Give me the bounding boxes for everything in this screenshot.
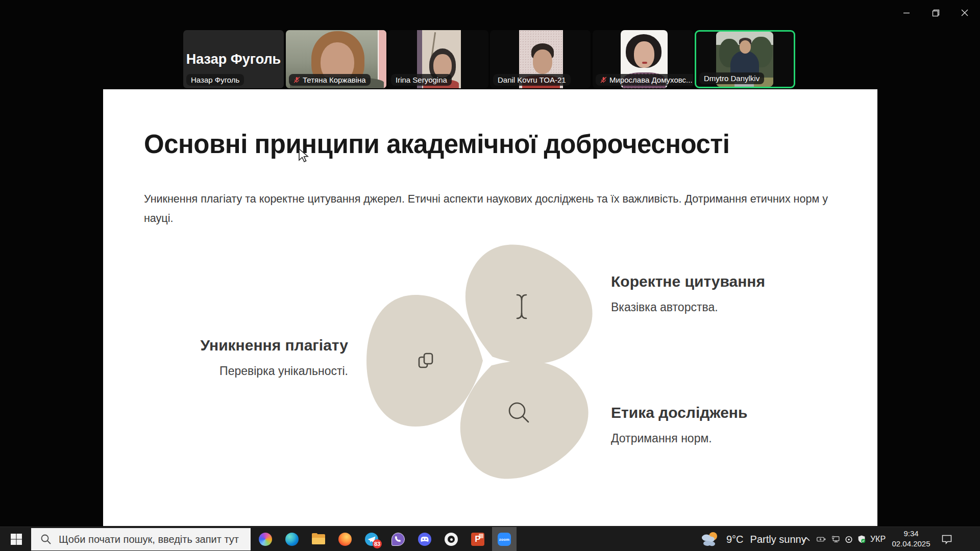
viber-icon (391, 533, 405, 546)
network-icon (832, 535, 840, 544)
participant-tile[interactable]: Irina Seryogina (388, 30, 488, 88)
taskbar-clock[interactable]: 9:34 02.04.2025 (889, 529, 933, 550)
restore-button[interactable] (924, 0, 947, 26)
taskbar-app-copilot[interactable] (253, 527, 278, 551)
slide-paragraph: Уникнення плагіату та коректне цитування… (144, 189, 844, 228)
copilot-icon (259, 533, 272, 546)
discord-icon (418, 533, 431, 546)
participant-tile[interactable]: Мирослава Домуховс... (593, 30, 693, 88)
weather-temp: 9°C (726, 534, 744, 545)
restore-icon (932, 9, 940, 17)
participant-name-label: Тетяна Коржавіна (289, 74, 371, 86)
taskbar: 83 (0, 527, 980, 551)
participant-tile[interactable]: Тетяна Коржавіна (286, 30, 386, 88)
diagram-item-title: Коректне цитування (611, 273, 815, 290)
taskbar-app-zoom[interactable]: zoom (492, 527, 517, 551)
titlebar (0, 0, 980, 26)
minimize-icon (903, 9, 910, 16)
security-shield-icon (857, 534, 866, 544)
participant-name: Dmytro Danylkiv (704, 74, 760, 83)
close-button[interactable] (953, 0, 976, 26)
telegram-badge: 83 (373, 539, 382, 548)
participant-name: Мирослава Домуховс... (609, 76, 693, 84)
zoom-icon: zoom (498, 533, 511, 546)
mic-off-icon (293, 77, 300, 83)
clover-diagram (348, 230, 608, 495)
action-center-icon (942, 535, 952, 544)
taskbar-app-steelseries[interactable] (439, 527, 463, 551)
powerpoint-icon: P (471, 533, 484, 546)
taskbar-app-edge[interactable] (280, 527, 304, 551)
clock-date: 02.04.2025 (889, 539, 933, 549)
telegram-icon: 83 (365, 533, 378, 546)
close-icon (961, 9, 968, 16)
participant-tile[interactable]: Danil Kovru TOA-21 (490, 30, 591, 88)
tray-battery-button[interactable] (814, 527, 829, 551)
zoom-app-window: Назар Фуголь Назар Фуголь Тетяна Коржаві… (0, 0, 980, 551)
diagram-item-title: Етика досліджень (611, 404, 815, 421)
tray-steelseries-button[interactable] (842, 527, 855, 551)
participant-name-label: Мирослава Домуховс... (596, 74, 693, 86)
battery-icon (817, 535, 826, 543)
diagram-item-desc: Дотримання норм. (611, 432, 815, 445)
taskbar-app-explorer[interactable] (306, 527, 331, 551)
participant-tile[interactable]: Назар Фуголь Назар Фуголь (183, 30, 284, 88)
taskbar-app-viber[interactable] (386, 527, 410, 551)
action-center-button[interactable] (938, 527, 955, 551)
weather-icon (700, 531, 720, 547)
steelseries-icon (445, 533, 458, 546)
participant-name-label: Назар Фуголь (186, 74, 244, 86)
edge-icon (285, 533, 299, 546)
diagram-item-desc: Перевірка унікальності. (180, 364, 348, 378)
diagram-item-ethics: Етика досліджень Дотримання норм. (611, 404, 815, 445)
participant-name-label: Irina Seryogina (391, 74, 452, 86)
start-button[interactable] (4, 527, 29, 551)
minimize-button[interactable] (895, 0, 918, 26)
language-indicator: УКР (870, 535, 886, 544)
taskbar-app-powerpoint[interactable]: P (465, 527, 490, 551)
steelseries-tray-icon (845, 535, 852, 544)
tray-language-button[interactable]: УКР (868, 527, 888, 551)
mic-off-icon (600, 77, 607, 83)
participant-tile-active-speaker[interactable]: Dmytro Danylkiv (695, 30, 795, 88)
slide-title: Основні принципи академічної доброчеснос… (144, 129, 729, 159)
windows-start-icon (10, 533, 22, 545)
participant-name-label: Danil Kovru TOA-21 (493, 74, 571, 86)
taskbar-app-telegram[interactable]: 83 (359, 527, 384, 551)
diagram-item-desc: Вказівка авторства. (611, 300, 815, 314)
diagram-item-plagiarism: Уникнення плагіату Перевірка унікальност… (180, 337, 348, 378)
shared-screen-slide: Основні принципи академічної доброчеснос… (103, 89, 877, 526)
participant-name: Тетяна Коржавіна (303, 76, 366, 84)
weather-condition: Partly sunny (750, 534, 806, 545)
zoom-icon-label: zoom (499, 537, 509, 542)
taskbar-search[interactable] (31, 528, 251, 550)
taskbar-app-discord[interactable] (412, 527, 437, 551)
tray-network-button[interactable] (829, 527, 843, 551)
taskbar-weather[interactable]: 9°C Partly sunny (700, 527, 806, 551)
tray-security-button[interactable] (854, 527, 869, 551)
search-icon (40, 534, 52, 545)
firefox-icon (338, 533, 352, 546)
participant-name: Irina Seryogina (396, 76, 447, 84)
chevron-up-icon (803, 537, 810, 542)
search-input[interactable] (58, 533, 249, 546)
participant-name: Danil Kovru TOA-21 (498, 76, 566, 84)
clock-time: 9:34 (889, 529, 933, 539)
diagram-item-title: Уникнення плагіату (180, 337, 348, 354)
mouse-cursor (298, 148, 309, 163)
diagram-item-citation: Коректне цитування Вказівка авторства. (611, 273, 815, 314)
participant-name: Назар Фуголь (191, 76, 239, 84)
file-explorer-icon (312, 533, 325, 546)
taskbar-app-firefox[interactable] (333, 527, 357, 551)
participant-name-label: Dmytro Danylkiv (699, 72, 764, 84)
tray-chevron-button[interactable] (799, 527, 814, 551)
